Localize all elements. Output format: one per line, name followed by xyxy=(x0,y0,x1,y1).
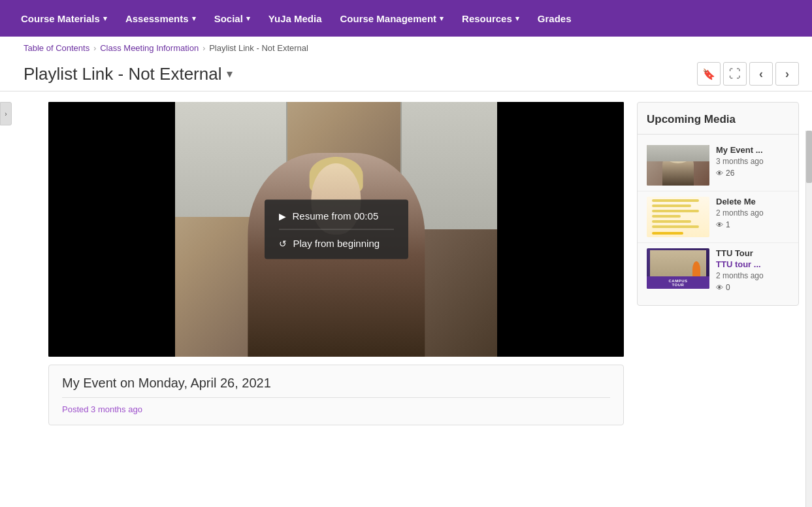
media-views-count-1: 26 xyxy=(726,169,734,178)
next-icon: › xyxy=(785,67,789,81)
media-views-count-3: 0 xyxy=(726,283,730,292)
media-views-2: 👁 1 xyxy=(716,220,789,229)
nav-grades-label: Grades xyxy=(538,13,572,24)
nav-resources[interactable]: Resources ▾ xyxy=(454,8,527,29)
prev-icon: ‹ xyxy=(759,67,763,81)
nav-course-management-label: Course Management xyxy=(340,13,437,24)
breadcrumb-current-page: Playlist Link - Not External xyxy=(209,43,308,53)
upcoming-media-title: Upcoming Media xyxy=(638,110,798,135)
nav-resources-label: Resources xyxy=(462,13,512,24)
doc-line-5 xyxy=(652,220,691,223)
page-header: Playlist Link - Not External ▾ 🔖 ⛶ ‹ › xyxy=(0,57,812,91)
resume-button[interactable]: ▶ Resume from 00:05 xyxy=(279,209,394,223)
nav-grades[interactable]: Grades xyxy=(530,8,579,29)
event-posted-prefix: Posted xyxy=(62,404,91,414)
page-title-area: Playlist Link - Not External ▾ xyxy=(24,64,233,84)
nav-assessments-chevron: ▾ xyxy=(192,14,196,23)
page-title: Playlist Link - Not External xyxy=(24,64,221,84)
fullscreen-icon: ⛶ xyxy=(729,67,741,81)
top-navigation: Course Materials ▾ Assessments ▾ Social … xyxy=(0,0,812,37)
media-info-3: TTU Tour TTU tour ... 2 months ago 👁 0 xyxy=(716,248,789,292)
nav-resources-chevron: ▾ xyxy=(515,14,519,23)
media-name-3: TTU Tour xyxy=(716,248,789,258)
video-background: ▶ Resume from 00:05 ↺ Play from beginnin… xyxy=(48,102,624,357)
media-item-1[interactable]: My Event ... 3 months ago 👁 26 xyxy=(638,140,798,191)
event-divider xyxy=(62,397,610,398)
video-overlay-popup: ▶ Resume from 00:05 ↺ Play from beginnin… xyxy=(265,200,408,259)
doc-line-1 xyxy=(652,199,699,202)
header-actions: 🔖 ⛶ ‹ › xyxy=(697,62,799,86)
video-player[interactable]: ▶ Resume from 00:05 ↺ Play from beginnin… xyxy=(48,102,624,357)
media-item-2[interactable]: Delete Me 2 months ago 👁 1 xyxy=(638,191,798,243)
video-letterbox-left xyxy=(48,102,175,357)
nav-yuja-media-label: YuJa Media xyxy=(268,13,322,24)
breadcrumb: Table of Contents › Class Meeting Inform… xyxy=(0,37,812,57)
title-dropdown-chevron[interactable]: ▾ xyxy=(227,67,233,81)
main-layout: › xyxy=(0,91,812,436)
doc-line-6 xyxy=(652,225,699,228)
overlay-divider xyxy=(279,229,394,230)
nav-assessments-label: Assessments xyxy=(125,13,189,24)
doc-line-3 xyxy=(652,210,699,212)
tour-campus-text: CAMPUSTOUR xyxy=(668,279,687,287)
doc-line-2 xyxy=(652,204,691,207)
nav-course-management-chevron: ▾ xyxy=(440,14,444,23)
upcoming-media-sidebar: Upcoming Media My Event ... 3 months ago… xyxy=(637,102,799,306)
media-thumb-event xyxy=(647,145,709,186)
prev-button[interactable]: ‹ xyxy=(749,62,773,86)
media-info-1: My Event ... 3 months ago 👁 26 xyxy=(716,145,789,186)
doc-line-4 xyxy=(652,215,681,218)
bookmark-icon: 🔖 xyxy=(702,68,715,80)
media-date-1: 3 months ago xyxy=(716,156,789,167)
nav-course-materials-chevron: ▾ xyxy=(103,14,107,23)
event-title: My Event on Monday, April 26, 2021 xyxy=(62,376,610,391)
scrollbar[interactable] xyxy=(805,131,812,436)
breadcrumb-sep-1: › xyxy=(93,44,96,53)
media-views-count-2: 1 xyxy=(726,220,730,229)
media-thumb-doc xyxy=(647,197,709,237)
media-name-1: My Event ... xyxy=(716,145,789,155)
nav-social[interactable]: Social ▾ xyxy=(206,8,258,29)
media-views-1: 👁 26 xyxy=(716,169,789,178)
play-from-beginning-label: Play from beginning xyxy=(293,238,380,249)
media-date-3: 2 months ago xyxy=(716,270,789,282)
media-views-3: 👁 0 xyxy=(716,283,789,292)
breadcrumb-class-meeting[interactable]: Class Meeting Information xyxy=(100,43,199,53)
media-name-link-3[interactable]: TTU tour ... xyxy=(716,259,789,269)
event-posted-time: 3 months ago xyxy=(91,404,142,414)
nav-assessments[interactable]: Assessments ▾ xyxy=(118,8,204,29)
content-area: ▶ Resume from 00:05 ↺ Play from beginnin… xyxy=(48,102,624,425)
resume-label: Resume from 00:05 xyxy=(293,210,379,221)
media-item-3[interactable]: CAMPUSTOUR TTU Tour TTU tour ... 2 month… xyxy=(638,243,798,297)
resume-icon: ▶ xyxy=(279,210,286,221)
eye-icon-1: 👁 xyxy=(716,169,723,177)
breadcrumb-table-of-contents[interactable]: Table of Contents xyxy=(24,43,89,53)
media-thumb-tour: CAMPUSTOUR xyxy=(647,248,709,289)
nav-course-materials-label: Course Materials xyxy=(21,13,100,24)
eye-icon-2: 👁 xyxy=(716,221,723,229)
nav-social-chevron: ▾ xyxy=(246,14,250,23)
next-button[interactable]: › xyxy=(775,62,799,86)
video-letterbox-right xyxy=(497,102,624,357)
fullscreen-button[interactable]: ⛶ xyxy=(723,62,747,86)
replay-icon: ↺ xyxy=(279,238,287,248)
play-from-beginning-button[interactable]: ↺ Play from beginning xyxy=(279,237,394,250)
media-info-2: Delete Me 2 months ago 👁 1 xyxy=(716,197,789,237)
sidebar-toggle-button[interactable]: › xyxy=(0,102,12,125)
tour-orange-figure xyxy=(692,261,700,278)
event-posted: Posted 3 months ago xyxy=(62,404,610,414)
eye-icon-3: 👁 xyxy=(716,284,723,291)
scroll-thumb[interactable] xyxy=(806,131,812,183)
nav-yuja-media[interactable]: YuJa Media xyxy=(261,8,330,29)
bookmark-button[interactable]: 🔖 xyxy=(697,62,721,86)
tour-purple-band: CAMPUSTOUR xyxy=(647,276,709,289)
event-info-box: My Event on Monday, April 26, 2021 Poste… xyxy=(48,365,624,425)
sidebar-toggle-icon: › xyxy=(5,110,7,118)
nav-social-label: Social xyxy=(214,13,243,24)
media-date-2: 2 months ago xyxy=(716,208,789,219)
media-name-2: Delete Me xyxy=(716,197,789,206)
doc-lines xyxy=(647,197,709,237)
nav-course-management[interactable]: Course Management ▾ xyxy=(333,8,452,29)
nav-course-materials[interactable]: Course Materials ▾ xyxy=(13,8,115,29)
breadcrumb-sep-2: › xyxy=(203,44,205,53)
